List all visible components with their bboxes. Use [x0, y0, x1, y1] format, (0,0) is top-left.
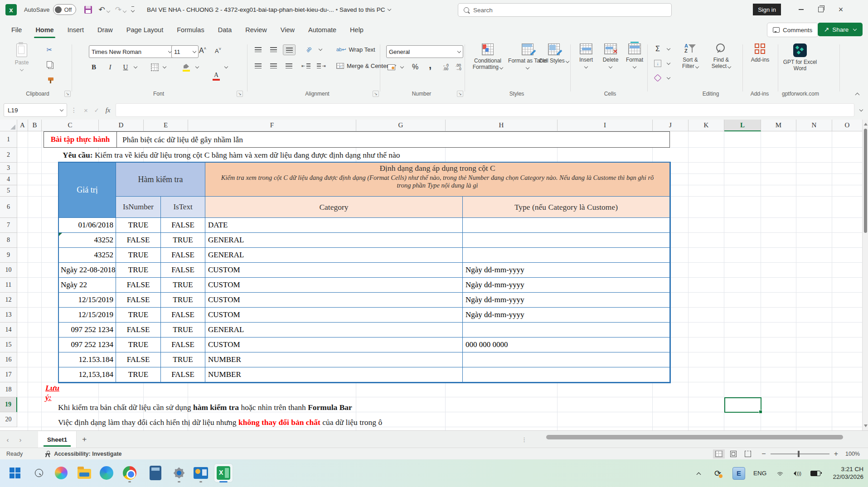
value-cell[interactable]: 43252 — [59, 233, 116, 248]
type-cell[interactable] — [463, 248, 670, 263]
type-cell[interactable]: Ngày dd-mm-yyyy — [463, 308, 670, 323]
isnumber-cell[interactable]: TRUE — [116, 367, 161, 382]
paste-button[interactable]: Paste — [8, 43, 35, 72]
zoom-in-icon[interactable]: + — [834, 450, 838, 458]
column-header-H[interactable]: H — [446, 120, 558, 131]
sign-in-button[interactable]: Sign in — [753, 4, 781, 15]
font-name-select[interactable]: Times New Roman — [89, 45, 174, 58]
align-middle-icon[interactable] — [267, 44, 279, 54]
tab-file[interactable]: File — [5, 19, 29, 40]
isnumber-header-cell[interactable]: IsNumber — [116, 197, 161, 218]
format-cells-button[interactable]: Format — [622, 43, 647, 69]
istext-cell[interactable]: FALSE — [161, 367, 205, 382]
start-button[interactable] — [6, 464, 24, 482]
orientation-icon[interactable]: ab — [301, 42, 316, 57]
customize-quick-access-icon[interactable] — [131, 6, 134, 13]
row-header-20[interactable]: 20 — [0, 412, 17, 427]
calculator-icon[interactable] — [146, 464, 165, 482]
format-painter-icon[interactable] — [44, 74, 54, 83]
istext-cell[interactable]: FALSE — [161, 248, 205, 263]
row-header-15[interactable]: 15 — [0, 338, 17, 352]
type-cell[interactable]: 000 000 0000 — [463, 338, 670, 352]
table-row[interactable]: 12.153.184FALSETRUENUMBER — [59, 352, 670, 367]
row-header-12[interactable]: 12 — [0, 293, 17, 308]
row-header-17[interactable]: 17 — [0, 367, 17, 382]
type-header-cell[interactable]: Type (nếu Category là Custome) — [463, 197, 670, 218]
volume-icon[interactable]: ))) — [791, 459, 801, 487]
table-row[interactable]: 097 252 1234TRUEFALSECUSTOM000 000 0000 — [59, 338, 670, 352]
zoom-slider[interactable] — [771, 453, 829, 454]
autosum-dropdown-icon[interactable] — [667, 47, 670, 50]
comments-button[interactable]: Comments — [767, 23, 818, 37]
row-header-9[interactable]: 9 — [0, 248, 17, 263]
value-cell[interactable]: 01/06/2018 — [59, 218, 116, 233]
normal-view-icon[interactable] — [713, 449, 725, 458]
battery-icon[interactable]: ↯ — [810, 459, 818, 487]
requirement-row[interactable]: Yêu cầu: Kiểm tra về kiểu dữ liệu trong … — [63, 148, 400, 163]
fill-icon[interactable]: ↓ — [653, 59, 663, 68]
font-size-select[interactable]: 11 — [171, 45, 199, 58]
align-right-icon[interactable] — [283, 61, 295, 71]
category-cell[interactable]: DATE — [205, 218, 463, 233]
istext-header-cell[interactable]: IsText — [161, 197, 205, 218]
column-header-K[interactable]: K — [689, 120, 724, 131]
restore-button[interactable] — [811, 2, 831, 17]
table-row[interactable]: 01/06/2018TRUEFALSEDATE — [59, 218, 670, 233]
name-box[interactable]: L19 — [4, 103, 67, 117]
category-cell[interactable]: CUSTOM — [205, 278, 463, 293]
row-header-8[interactable]: 8 — [0, 233, 17, 248]
isnumber-cell[interactable]: TRUE — [116, 263, 161, 278]
font-dialog-launcher-icon[interactable]: ↘ — [237, 91, 243, 97]
font-color-icon[interactable]: A — [211, 71, 221, 80]
chrome-icon[interactable] — [121, 464, 139, 482]
collapse-ribbon-icon[interactable] — [855, 93, 860, 97]
isnumber-cell[interactable]: TRUE — [116, 248, 161, 263]
isnumber-cell[interactable]: FALSE — [116, 323, 161, 338]
tab-draw[interactable]: Draw — [91, 19, 120, 40]
conditional-formatting-button[interactable]: Conditional Formatting — [467, 43, 509, 70]
column-header-N[interactable]: N — [796, 120, 832, 131]
page-break-view-icon[interactable] — [742, 449, 754, 458]
row-header-19[interactable]: 19 — [0, 397, 17, 412]
vertical-scroll-thumb[interactable] — [864, 129, 867, 233]
table-row[interactable]: Ngày 22-08-2018TRUEFALSECUSTOMNgày dd-mm… — [59, 263, 670, 278]
category-cell[interactable]: GENERAL — [205, 248, 463, 263]
decrease-decimal-icon[interactable]: .00→0 — [453, 63, 463, 72]
tray-expand-icon[interactable] — [697, 459, 700, 487]
value-cell[interactable]: Ngày 22-08-2018 — [59, 263, 116, 278]
exercise-desc-cell[interactable]: Phân biệt các dữ liệu dễ gây nhầm lẫn — [117, 132, 669, 147]
expand-formula-bar-icon[interactable] — [859, 107, 863, 111]
format-header-cell[interactable]: Định dạng đang áp dụng trong cột C Kiểm … — [205, 163, 670, 197]
autosum-icon[interactable]: Σ — [653, 44, 663, 53]
row-header-5[interactable]: 5 — [0, 185, 17, 197]
istext-cell[interactable]: TRUE — [161, 323, 205, 338]
scroll-up-icon[interactable] — [864, 123, 868, 125]
table-row[interactable]: 43252FALSETRUEGENERAL — [59, 233, 670, 248]
fill-color-icon[interactable] — [181, 62, 191, 71]
tab-automate[interactable]: Automate — [301, 19, 343, 40]
cell-styles-button[interactable]: Cell Styles — [538, 43, 570, 64]
isnumber-cell[interactable]: FALSE — [116, 233, 161, 248]
number-dialog-launcher-icon[interactable]: ↘ — [457, 91, 463, 97]
presentation-app-icon[interactable] — [192, 464, 210, 482]
data-table[interactable]: Giá trị Hàm kiểm tra IsNumber IsText Địn… — [59, 163, 670, 382]
search-input[interactable]: Search — [458, 3, 672, 17]
type-cell[interactable] — [463, 367, 670, 382]
underline-dropdown-icon[interactable] — [134, 65, 137, 68]
grow-font-icon[interactable]: A˄ — [198, 46, 208, 55]
isnumber-cell[interactable]: TRUE — [116, 338, 161, 352]
cells-area[interactable]: Bài tập thực hành Phân biệt các dữ liệu … — [17, 131, 862, 430]
row-header-7[interactable]: 7 — [0, 218, 17, 233]
column-header-G[interactable]: G — [356, 120, 446, 131]
category-cell[interactable]: CUSTOM — [205, 263, 463, 278]
fill-handle[interactable] — [759, 410, 762, 414]
align-left-icon[interactable] — [252, 61, 264, 71]
zoom-out-icon[interactable]: − — [761, 450, 766, 458]
check-header-cell[interactable]: Hàm kiểm tra — [116, 163, 205, 197]
sync-tray-icon[interactable]: ⟳ — [714, 459, 721, 487]
exercise-title-cell[interactable]: Bài tập thực hành — [44, 132, 117, 147]
fill-dropdown-icon[interactable] — [667, 61, 670, 65]
page-layout-view-icon[interactable] — [727, 449, 739, 458]
column-header-L[interactable]: L — [724, 120, 761, 131]
type-cell[interactable]: Ngày dd-mm-yyyy — [463, 293, 670, 308]
